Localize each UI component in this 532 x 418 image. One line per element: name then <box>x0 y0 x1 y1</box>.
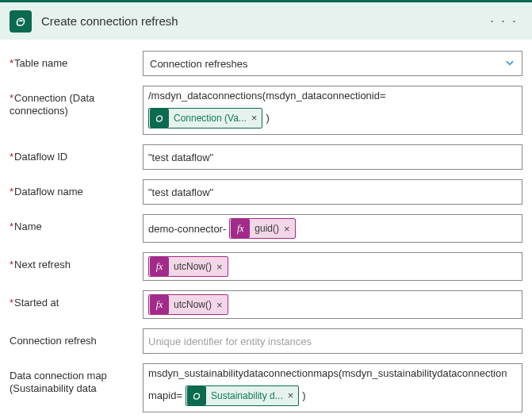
remove-token-icon[interactable]: × <box>216 299 223 311</box>
remove-token-icon[interactable]: × <box>216 261 223 273</box>
dataverse-icon <box>187 386 206 405</box>
dialog-header: Create connection refresh · · · <box>0 0 532 40</box>
label-name: *Name <box>10 214 143 233</box>
name-field[interactable]: demo-connector- fx guid() × <box>143 214 522 243</box>
label-table-name: *Table name <box>10 51 143 70</box>
chevron-down-icon <box>504 57 515 71</box>
connection-suffix-text: ) <box>266 112 269 124</box>
guid-expression-token[interactable]: fx guid() × <box>229 218 295 239</box>
form-body: *Table name Connection refreshes *Connec… <box>0 40 532 418</box>
remove-token-icon[interactable]: × <box>284 223 290 235</box>
data-connection-map-field[interactable]: msdyn_sustainabilitydataconnectionmaps(m… <box>143 363 522 412</box>
label-connection-refresh: Connection refresh <box>10 328 143 347</box>
label-started-at: *Started at <box>10 290 143 309</box>
table-name-value: Connection refreshes <box>150 58 248 70</box>
connection-field[interactable]: /msdyn_dataconnections(msdyn_dataconnect… <box>143 86 522 135</box>
sustainability-token[interactable]: Sustainability d... × <box>186 385 299 406</box>
fx-icon: fx <box>231 219 250 238</box>
utcnow-expression-token[interactable]: fx utcNow() × <box>148 294 228 315</box>
connection-refresh-field[interactable]: Unique identifier for entity instances <box>143 328 522 354</box>
fx-icon: fx <box>150 257 169 276</box>
table-name-select[interactable]: Connection refreshes <box>143 51 522 76</box>
remove-token-icon[interactable]: × <box>251 112 258 124</box>
label-dataflow-name: *Dataflow name <box>10 179 143 198</box>
utcnow-expression-token[interactable]: fx utcNow() × <box>148 256 228 277</box>
dialog-title: Create connection refresh <box>41 14 178 28</box>
connection-token[interactable]: Connection (Va... × <box>148 108 262 128</box>
remove-token-icon[interactable]: × <box>288 389 294 401</box>
label-data-connection-map: Data connection map (Sustainability data <box>10 363 143 396</box>
dataverse-icon <box>150 109 169 128</box>
more-menu-button[interactable]: · · · <box>485 10 522 33</box>
dataflow-name-field[interactable]: "test dataflow" <box>143 179 522 205</box>
next-refresh-field[interactable]: fx utcNow() × <box>143 252 522 281</box>
label-dataflow-id: *Dataflow ID <box>10 144 143 163</box>
label-next-refresh: *Next refresh <box>10 252 143 271</box>
dataflow-id-field[interactable]: "test dataflow" <box>143 144 522 170</box>
dataverse-icon <box>10 10 32 33</box>
fx-icon: fx <box>150 295 169 314</box>
label-connection: *Connection (Data connections) <box>10 86 143 118</box>
connection-prefix-text: /msdyn_dataconnections(msdyn_dataconnect… <box>148 90 386 102</box>
started-at-field[interactable]: fx utcNow() × <box>143 290 522 319</box>
